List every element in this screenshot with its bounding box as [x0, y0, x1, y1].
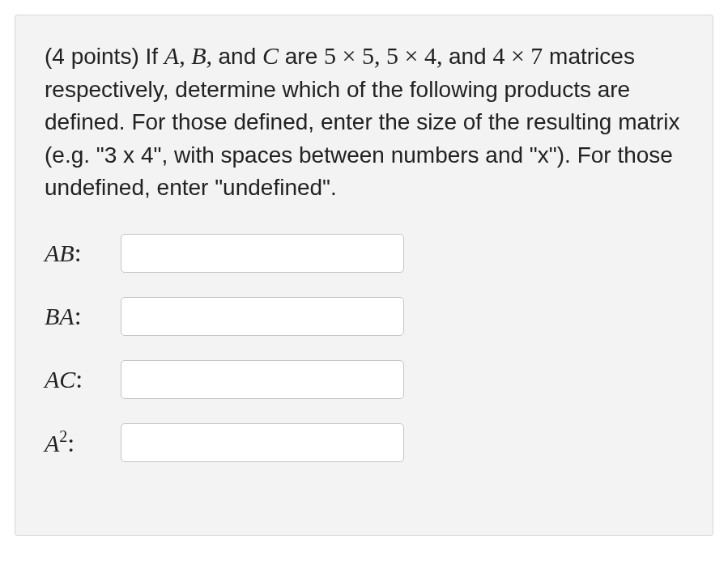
answer-row-ac: AC: — [45, 360, 683, 399]
label-a2: A2: — [45, 427, 121, 458]
sep4: , — [436, 42, 449, 69]
answer-row-ab: AB: — [45, 234, 683, 273]
input-ab[interactable] — [121, 234, 404, 273]
answer-row-ba: BA: — [45, 297, 683, 336]
are-text: are — [279, 44, 324, 69]
and1: and — [219, 44, 263, 69]
question-container: (4 points) If A, B, and C are 5 × 5, 5 ×… — [15, 15, 713, 536]
answer-row-a2: A2: — [45, 423, 683, 462]
sep3: , — [374, 42, 386, 69]
input-ba[interactable] — [121, 297, 404, 336]
dim1: 5 × 5 — [324, 42, 374, 69]
var-b: B — [191, 42, 206, 69]
dim2: 5 × 4 — [386, 42, 436, 69]
sep1: , — [179, 42, 191, 69]
dim3: 4 × 7 — [492, 42, 543, 69]
label-ab: AB: — [45, 238, 121, 268]
points-text: (4 points) If — [45, 44, 164, 69]
sep2: , — [206, 42, 219, 69]
and2: and — [449, 44, 493, 69]
input-ac[interactable] — [121, 360, 404, 399]
label-ba: BA: — [45, 301, 121, 331]
question-text: (4 points) If A, B, and C are 5 × 5, 5 ×… — [45, 38, 683, 205]
input-a2[interactable] — [121, 423, 404, 462]
var-c: C — [262, 42, 279, 69]
label-ac: AC: — [45, 364, 121, 394]
var-a: A — [164, 42, 179, 69]
